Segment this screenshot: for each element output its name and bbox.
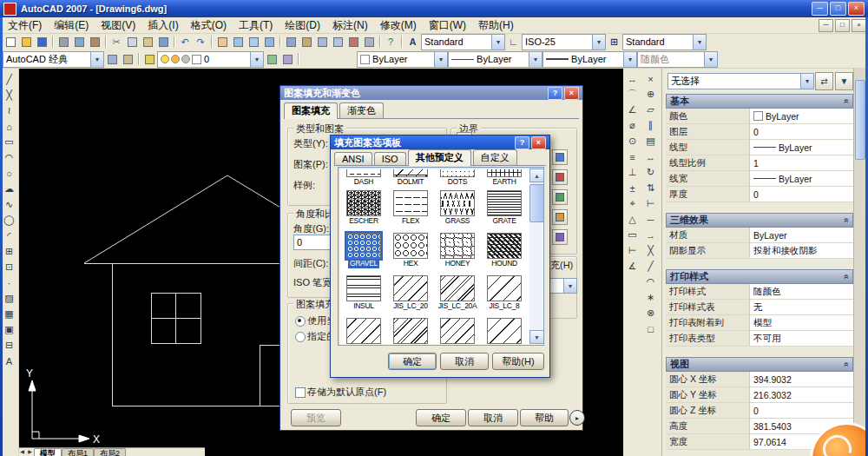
scale-icon[interactable]: ⇅ (643, 181, 658, 195)
zoom-window-icon[interactable] (246, 35, 261, 50)
tool-palettes-icon[interactable] (314, 35, 330, 50)
property-value[interactable]: 不可用 (750, 331, 853, 346)
insert-block-tool-icon[interactable]: ⊞ (2, 244, 16, 259)
undo-icon[interactable]: ↶ (177, 35, 193, 50)
point-tool-icon[interactable]: · (2, 275, 16, 290)
scrollbar-thumb[interactable] (855, 80, 865, 160)
redo-icon[interactable]: ↷ (193, 35, 208, 50)
property-value[interactable]: ByLayer (750, 171, 853, 186)
tab-nav-right-icon[interactable]: ▶ (26, 448, 34, 456)
polyline-tool-icon[interactable]: ≀ (2, 103, 16, 118)
dim-style-combo[interactable]: ISO-25 ▾ (522, 34, 606, 50)
tab-nav-left-icon[interactable]: ◀ (18, 448, 26, 456)
dialog-help-icon[interactable]: ? (548, 87, 562, 100)
tab-iso[interactable]: ISO (374, 152, 406, 165)
dialog-close-icon[interactable]: × (564, 87, 579, 100)
perpendicular-snap-icon[interactable]: ⊥ (625, 165, 640, 180)
chevron-down-icon[interactable]: ▾ (800, 74, 813, 89)
chamfer-icon[interactable]: ╱ (643, 259, 658, 274)
pattern-GRATE[interactable]: GRATE (481, 190, 528, 226)
construction-line-tool-icon[interactable]: ╳ (2, 88, 16, 102)
mdi-minimize-button[interactable]: ─ (819, 19, 833, 32)
open-file-icon[interactable] (18, 35, 34, 50)
diameter-dimension-icon[interactable]: ⌀ (625, 118, 640, 133)
pattern-HOUND[interactable]: HOUND (481, 233, 528, 268)
view-selections-button[interactable] (552, 209, 568, 225)
pattern-partial[interactable] (340, 318, 387, 344)
pattern-GRASS[interactable]: GRASS (434, 190, 481, 226)
palette-scrollbar[interactable] (853, 68, 865, 456)
multiline-text-tool-icon[interactable]: A (2, 354, 16, 368)
pattern-HEX[interactable]: HEX (387, 233, 434, 268)
fillet-icon[interactable]: ◠ (643, 274, 658, 289)
tab-ansi[interactable]: ANSI (334, 152, 372, 165)
ok-button[interactable]: 确定 (416, 409, 466, 426)
angular-dimension-icon[interactable]: ∠ (625, 102, 640, 117)
help-button[interactable]: 帮助(H) (492, 353, 544, 370)
scroll-down-icon[interactable]: ▼ (529, 330, 544, 344)
chevron-down-icon[interactable]: ▾ (623, 52, 636, 67)
pattern-partial[interactable] (481, 318, 528, 344)
menu-item-5[interactable]: 工具(T) (233, 17, 279, 35)
markup-set-manager-icon[interactable] (345, 35, 361, 50)
menu-item-2[interactable]: 视图(V) (95, 17, 141, 35)
add-select-objects-button[interactable] (552, 149, 568, 165)
property-value[interactable]: 模型 (750, 315, 853, 330)
center-mark-icon[interactable]: ⊙ (625, 134, 640, 149)
menu-item-4[interactable]: 格式(O) (185, 17, 233, 35)
mdi-restore-button[interactable]: □ (835, 19, 850, 32)
color-combo[interactable]: ByLayer ▾ (357, 51, 448, 68)
pattern-FLEX[interactable]: FLEX (387, 190, 434, 226)
save-icon[interactable] (34, 35, 49, 50)
chevron-down-icon[interactable]: ▾ (250, 52, 263, 67)
help-icon[interactable]: ? (383, 35, 398, 50)
specified-origin-radio[interactable] (295, 332, 306, 342)
remove-boundaries-button[interactable] (552, 169, 568, 185)
dialog-titlebar[interactable]: 图案填充和渐变色 ? × (280, 86, 582, 100)
scroll-up-icon[interactable]: ▲ (529, 169, 544, 182)
pattern-DOLMIT[interactable]: DOLMIT (387, 169, 434, 187)
section-header-1[interactable]: 三维效果» (666, 213, 853, 228)
dialog-titlebar[interactable]: 填充图案选项板 ? × (331, 135, 549, 149)
layer-combo[interactable]: 0 ▾ (157, 51, 264, 68)
publish-icon[interactable] (87, 35, 102, 50)
table-tool-icon[interactable]: ⊟ (2, 338, 16, 353)
chevron-down-icon[interactable]: ▾ (693, 35, 706, 50)
arc-tool-icon[interactable]: ◠ (2, 150, 16, 165)
property-value[interactable]: ByLayer (750, 109, 853, 123)
region-tool-icon[interactable]: ▣ (2, 322, 16, 337)
sheet-set-manager-icon[interactable] (330, 35, 345, 50)
copy-icon[interactable] (124, 35, 140, 50)
pattern-JIS_LC_8[interactable]: JIS_LC_8 (481, 275, 528, 311)
layout-tab-2[interactable]: 布局2 (94, 448, 126, 456)
pattern-INSUL[interactable]: INSUL (340, 275, 387, 311)
recreate-boundary-button[interactable] (552, 189, 568, 205)
pattern-partial[interactable] (387, 318, 434, 344)
more-options-button[interactable]: ▸ (569, 410, 585, 426)
chevron-down-icon[interactable]: ▾ (704, 52, 717, 67)
dialog-help-icon[interactable]: ? (515, 136, 529, 149)
cancel-button[interactable]: 取消 (468, 409, 518, 426)
pattern-JIS_LC_20[interactable]: JIS_LC_20 (387, 275, 434, 311)
copy-object-icon[interactable]: ⊕ (643, 87, 658, 102)
table-style-combo[interactable]: Standard ▾ (622, 34, 707, 50)
plotstyle-combo[interactable]: 随颜色 ▾ (637, 51, 718, 68)
designcenter-icon[interactable] (299, 35, 314, 50)
gradient-tool-icon[interactable]: ▦ (2, 307, 16, 321)
tolerance-icon[interactable]: ± (625, 181, 640, 195)
pattern-scrollbar[interactable]: ▲ ▼ (529, 169, 542, 344)
section-header-3[interactable]: 视图» (666, 357, 853, 372)
store-default-origin-checkbox[interactable] (295, 387, 306, 398)
make-layer-current-icon[interactable] (264, 52, 279, 67)
array-icon[interactable]: ▤ (643, 134, 658, 149)
ordinate-dimension-icon[interactable]: ≡ (625, 149, 640, 164)
quick-select-button[interactable]: ▼ (835, 72, 853, 90)
toggle-pickadd-button[interactable]: ⇄ (815, 72, 833, 90)
hatch-tool-icon[interactable]: ▨ (2, 291, 16, 306)
menu-item-6[interactable]: 绘图(D) (279, 17, 326, 35)
chevron-down-icon[interactable]: ▾ (491, 35, 504, 50)
maximize-button[interactable]: □ (830, 2, 846, 16)
cancel-button[interactable]: 取消 (440, 353, 489, 370)
menu-item-7[interactable]: 标注(N) (326, 17, 374, 35)
pattern-EARTH[interactable]: EARTH (481, 169, 528, 187)
